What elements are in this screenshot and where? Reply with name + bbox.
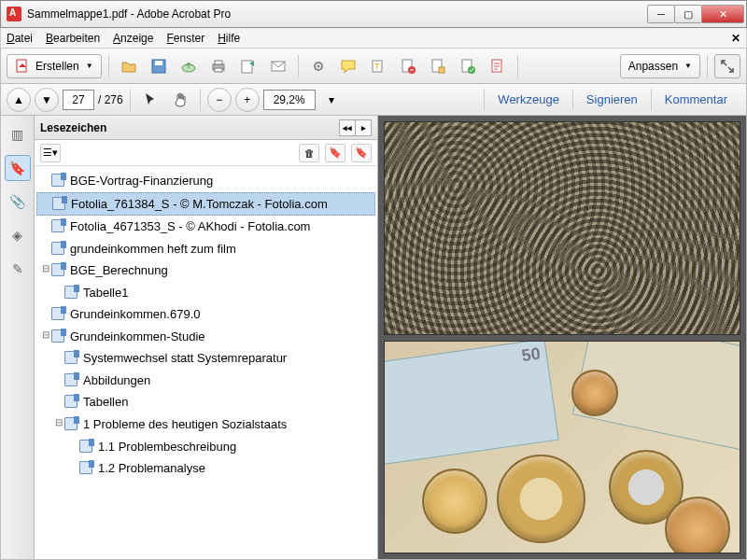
bookmark-icon (51, 263, 66, 276)
next-page-button[interactable]: ▼ (35, 88, 59, 112)
bookmark-icon (64, 286, 79, 299)
customize-button[interactable]: Anpassen ▼ (620, 54, 700, 78)
hand-tool-button[interactable] (167, 88, 193, 112)
bookmark-icon (51, 174, 66, 187)
svg-text:T: T (374, 62, 380, 71)
email-button[interactable] (265, 54, 291, 78)
fullscreen-button[interactable] (714, 54, 740, 78)
bookmark-item[interactable]: Systemwechsel statt Systemreparatur (36, 347, 375, 370)
create-label: Erstellen (35, 60, 79, 73)
bookmark-icon (64, 417, 79, 430)
create-button[interactable]: Erstellen ▼ (7, 54, 102, 78)
bookmark-icon (64, 373, 79, 386)
bookmark-label: Fotolia_761384_S - © M.Tomczak - Fotolia… (71, 196, 371, 213)
page-number-input[interactable] (63, 90, 94, 110)
close-button[interactable]: ✕ (701, 5, 744, 23)
bookmark-item[interactable]: ⊟BGE_Berechnung (36, 259, 375, 282)
bookmark-icon (51, 329, 66, 343)
share-button[interactable] (235, 54, 261, 78)
bookmark-icon (51, 219, 66, 232)
bookmark-item[interactable]: grundeinkommen heft zum film (36, 238, 375, 260)
bookmarks-prev-button[interactable]: ◂◂ (339, 119, 356, 136)
menu-view[interactable]: Anzeige (113, 32, 153, 45)
bookmark-item[interactable]: 1.2 Problemanalyse (36, 457, 375, 480)
bookmark-item[interactable]: ⊟Grundeinkommen-Studie (36, 326, 375, 348)
content-area: ▥ 🔖 📎 ◈ ✎ Lesezeichen ◂◂ ▸ ☰▾ 🗑 🔖 🔖 BGE-… (0, 116, 747, 560)
twisty-icon[interactable]: ⊟ (40, 329, 51, 342)
form-icon (489, 58, 506, 75)
close-doc-button[interactable]: ✕ (731, 32, 740, 45)
menu-help[interactable]: Hilfe (218, 32, 240, 45)
app-icon (7, 7, 21, 21)
bookmark-label: 1 Probleme des heutigen Sozialstaats (83, 416, 372, 433)
bookmarks-tab[interactable]: 🔖 (5, 155, 31, 181)
highlight-button[interactable]: T (365, 54, 391, 78)
settings-button[interactable] (305, 54, 331, 78)
share-icon (240, 58, 257, 75)
hand-icon (172, 91, 189, 108)
bookmark-icon (64, 395, 79, 408)
sign-button[interactable] (455, 54, 481, 78)
comment-bubble-button[interactable] (335, 54, 361, 78)
minimize-button[interactable]: ─ (647, 5, 675, 23)
customize-label: Anpassen (628, 60, 678, 73)
lock-icon (430, 58, 446, 75)
signatures-tab[interactable]: ✎ (5, 256, 31, 282)
menubar: Datei Bearbeiten Anzeige Fenster Hilfe ✕ (0, 28, 747, 49)
new-bookmark-from-button[interactable]: 🔖 (351, 144, 372, 162)
bookmark-item[interactable]: BGE-Vortrag-Finanzierung (36, 170, 375, 192)
document-view[interactable] (378, 116, 746, 559)
bookmark-item[interactable]: Abbildungen (36, 370, 375, 392)
zoom-out-button[interactable]: − (207, 88, 232, 112)
protect-button[interactable] (425, 54, 451, 78)
twisty-icon[interactable]: ⊟ (53, 416, 64, 429)
bookmark-item[interactable]: ⊟1 Probleme des heutigen Sozialstaats (36, 413, 375, 436)
bookmark-item[interactable]: Fotolia_4671353_S - © AKhodi - Fotolia.c… (36, 216, 375, 238)
bookmark-item[interactable]: Grundeinkommen.679.0 (36, 303, 375, 326)
delete-bookmark-button[interactable]: 🗑 (299, 144, 319, 162)
bookmarks-tree[interactable]: BGE-Vortrag-FinanzierungFotolia_761384_S… (35, 166, 377, 559)
zoom-input[interactable] (263, 90, 316, 110)
bookmark-item[interactable]: Fotolia_761384_S - © M.Tomczak - Fotolia… (36, 192, 375, 217)
prev-page-button[interactable]: ▲ (7, 88, 31, 112)
main-toolbar: Erstellen ▼ T Anpassen ▼ (0, 49, 747, 84)
envelope-icon (270, 58, 287, 75)
menu-window[interactable]: Fenster (166, 32, 204, 45)
zoom-dropdown[interactable]: ▾ (319, 88, 344, 112)
open-button[interactable] (116, 54, 142, 78)
titlebar: Sammelmappe1.pdf - Adobe Acrobat Pro ─ ▢… (0, 0, 747, 28)
select-tool-button[interactable] (137, 88, 163, 112)
svg-rect-16 (439, 67, 444, 73)
sign-panel-link[interactable]: Signieren (572, 89, 651, 110)
twisty-icon[interactable]: ⊟ (40, 262, 51, 275)
bookmark-label: Systemwechsel statt Systemreparatur (83, 350, 372, 367)
form-button[interactable] (485, 54, 511, 78)
comment-panel-link[interactable]: Kommentar (651, 89, 740, 110)
attachments-tab[interactable]: 📎 (5, 189, 31, 215)
new-bookmark-button[interactable]: 🔖 (325, 144, 345, 162)
zoom-in-button[interactable]: + (235, 88, 260, 112)
bookmark-item[interactable]: 1.1 Problembeschreibung (36, 436, 375, 458)
bookmark-label: Tabelle1 (83, 285, 372, 301)
maximize-button[interactable]: ▢ (674, 5, 702, 23)
bookmark-item[interactable]: Tabelle1 (36, 282, 375, 304)
svg-rect-2 (155, 61, 162, 65)
menu-edit[interactable]: Bearbeiten (46, 32, 100, 45)
bookmark-icon (51, 242, 66, 255)
bookmarks-next-button[interactable]: ▸ (355, 119, 372, 136)
cloud-button[interactable] (176, 54, 202, 78)
bookmarks-options-button[interactable]: ☰▾ (40, 144, 61, 162)
pages-tab[interactable]: ▥ (5, 121, 31, 147)
print-button[interactable] (205, 54, 232, 78)
nav-toolbar: ▲ ▼ / 276 − + ▾ Werkzeuge Signieren Komm… (0, 84, 747, 116)
tools-panel-link[interactable]: Werkzeuge (484, 89, 572, 110)
highlight-icon: T (370, 58, 387, 75)
menu-file[interactable]: Datei (7, 32, 33, 45)
bookmark-icon (79, 440, 94, 453)
bookmark-item[interactable]: Tabellen (36, 391, 375, 413)
save-button[interactable] (146, 54, 172, 78)
layers-tab[interactable]: ◈ (5, 222, 31, 248)
comment-icon (340, 58, 357, 75)
delete-page-button[interactable] (395, 54, 421, 78)
bookmark-label: Tabellen (83, 394, 372, 411)
